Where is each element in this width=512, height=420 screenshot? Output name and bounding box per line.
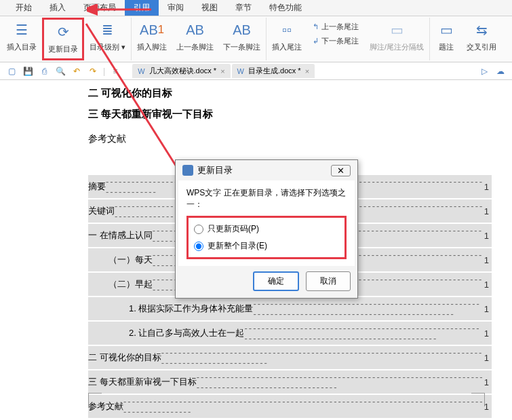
toc-page: 1 [484, 304, 489, 314]
toc-text: 二 可视化你的目标 [88, 351, 161, 364]
cross-ref-button[interactable]: ⇆ 交叉引用 [462, 18, 500, 60]
refresh-icon: ⟳ [52, 21, 74, 43]
radio-page-only-label: 只更新页码(P) [208, 223, 259, 235]
page-corner-left [88, 393, 102, 406]
next-footnote-icon: AB [231, 19, 253, 41]
toc-text: 摘要 [88, 180, 106, 193]
toc-line: 参考文献------------------------------------… [88, 395, 492, 418]
heading-references: 参考文献 [88, 133, 492, 145]
toc-text: 2. 让自己多与高效人士在一起 [129, 327, 244, 339]
toc-line: 1. 根据实际工作为身体补充能量------------------------… [88, 297, 492, 320]
toc-page: 1 [484, 255, 489, 265]
endnote-icon: ▫▫ [276, 19, 298, 41]
radio-full-toc-label: 更新整个目录(E) [208, 240, 267, 252]
tab-2-close[interactable]: × [305, 67, 309, 75]
insert-footnote-button[interactable]: AB1 插入脚注 [133, 18, 171, 60]
footnote-separator-button[interactable]: ▭ 脚注/尾注分隔线 [366, 18, 428, 60]
dropdown-icon[interactable]: ≡ [109, 65, 121, 77]
doc-icon: W [138, 67, 144, 75]
preview-icon[interactable]: 🔍 [54, 65, 66, 77]
print-icon[interactable]: ⎙ [38, 65, 50, 77]
level-icon: ≣ [97, 19, 119, 41]
cross-ref-icon: ⇆ [471, 19, 492, 41]
toc-page: 1 [484, 328, 489, 339]
menu-insert[interactable]: 插入 [41, 0, 75, 16]
next-footnote-button[interactable]: AB 下一条脚注 [219, 18, 264, 60]
prev-footnote-button[interactable]: AB 上一条脚注 [172, 18, 218, 60]
footnote-sep-label: 脚注/尾注分隔线 [370, 42, 424, 52]
doc-icon: W [237, 67, 244, 75]
prev-footnote-label: 上一条脚注 [176, 42, 214, 52]
toc-text: （一）每天 [109, 254, 153, 266]
cloud-sync-icon[interactable]: ▷ [478, 65, 490, 77]
heading-2: 二 可视化你的目标 [88, 87, 492, 100]
update-toc-button[interactable]: ⟳ 更新目录 [42, 18, 84, 60]
menu-bar: 开始 插入 页面布局 引用 审阅 视图 章节 特色功能 [0, 0, 512, 16]
toc-page: 1 [484, 280, 489, 290]
toc-text: 关键词 [88, 205, 115, 217]
prev-endnote-button[interactable]: ↰上一条尾注 [310, 20, 361, 33]
toc-page: 1 [484, 377, 489, 387]
caption-label: 题注 [439, 42, 454, 52]
toc-page: 1 [484, 231, 489, 241]
document-tab-1[interactable]: W 几大高效秘诀.docx * × [132, 64, 230, 78]
caption-button[interactable]: ▭ 题注 [431, 18, 461, 60]
radio-group: 只更新页码(P) 更新整个目录(E) [186, 216, 347, 259]
dialog-prompt: WPS文字 正在更新目录，请选择下列选项之一： [186, 187, 347, 210]
save-icon[interactable]: 💾 [22, 65, 34, 77]
menu-features[interactable]: 特色功能 [260, 0, 311, 16]
update-toc-dialog: 更新目录 ✕ WPS文字 正在更新目录，请选择下列选项之一： 只更新页码(P) … [175, 159, 358, 299]
toc-line: 三 每天都重新审视一下目标---------------------------… [88, 370, 492, 394]
toc-level-label: 目录级别 ▾ [90, 42, 125, 52]
radio-page-only[interactable]: 只更新页码(P) [194, 221, 339, 237]
menu-review[interactable]: 审阅 [159, 0, 193, 16]
radio-full-toc[interactable]: 更新整个目录(E) [194, 237, 339, 254]
footnote-icon: AB1 [141, 19, 163, 41]
cross-ref-label: 交叉引用 [467, 42, 496, 52]
menu-references[interactable]: 引用 [125, 0, 159, 16]
toc-level-button[interactable]: ≣ 目录级别 ▾ [85, 18, 130, 60]
quick-access-toolbar: ▢ 💾 ⎙ 🔍 ↶ ↷ | ≡ W 几大高效秘诀.docx * × W 目录生成… [0, 62, 512, 80]
undo-icon[interactable]: ↶ [71, 65, 83, 77]
tab-1-close[interactable]: × [220, 67, 224, 75]
toc-line: 二 可视化你的目标-------------------------------… [88, 346, 492, 369]
toc-leader: ----------------------------------------… [197, 372, 484, 392]
menu-page-layout[interactable]: 页面布局 [75, 0, 125, 16]
insert-endnote-button[interactable]: ▫▫ 插入尾注 [268, 18, 306, 60]
cancel-button[interactable]: 取消 [306, 271, 351, 291]
tab-1-label: 几大高效秘诀.docx * [149, 66, 217, 76]
toc-page: 1 [484, 182, 489, 192]
caption-icon: ▭ [435, 19, 457, 41]
toc-page: 1 [484, 206, 489, 216]
toc-text: 三 每天都重新审视一下目标 [88, 376, 197, 388]
toc-text: 一 在情感上认同 [88, 229, 153, 242]
next-endnote-button[interactable]: ↲下一条尾注 [310, 35, 361, 47]
menu-chapter[interactable]: 章节 [227, 0, 260, 16]
toc-leader: ----------------------------------------… [244, 323, 484, 343]
menu-view[interactable]: 视图 [193, 0, 227, 16]
new-icon[interactable]: ▢ [5, 65, 18, 77]
document-tab-2[interactable]: W 目录生成.docx * × [232, 64, 315, 78]
next-footnote-label: 下一条脚注 [223, 42, 260, 52]
dialog-close-button[interactable]: ✕ [331, 165, 351, 176]
toc-text: 1. 根据实际工作为身体补充能量 [129, 303, 253, 315]
redo-icon[interactable]: ↷ [87, 65, 99, 77]
radio-page-only-input[interactable] [194, 225, 203, 234]
radio-full-toc-input[interactable] [194, 242, 203, 251]
toc-leader: ----------------------------------------… [253, 299, 484, 319]
tab-2-label: 目录生成.docx * [248, 66, 301, 76]
toc-page: 1 [484, 353, 489, 363]
heading-3: 三 每天都重新审视一下目标 [88, 108, 492, 121]
menu-start[interactable]: 开始 [7, 0, 41, 16]
toc-text: （二）早起 [109, 278, 153, 290]
insert-toc-button[interactable]: ☰ 插入目录 [3, 18, 41, 60]
page-corner-right [471, 393, 485, 406]
cloud-icon[interactable]: ☁ [494, 65, 507, 77]
toc-leader: ----------------------------------------… [123, 396, 484, 417]
insert-toc-label: 插入目录 [7, 42, 37, 52]
wps-logo-icon [182, 165, 193, 176]
ok-button[interactable]: 确定 [253, 271, 299, 291]
dialog-titlebar[interactable]: 更新目录 ✕ [176, 160, 357, 180]
toc-leader: ----------------------------------------… [161, 347, 484, 368]
dialog-title: 更新目录 [197, 164, 233, 176]
